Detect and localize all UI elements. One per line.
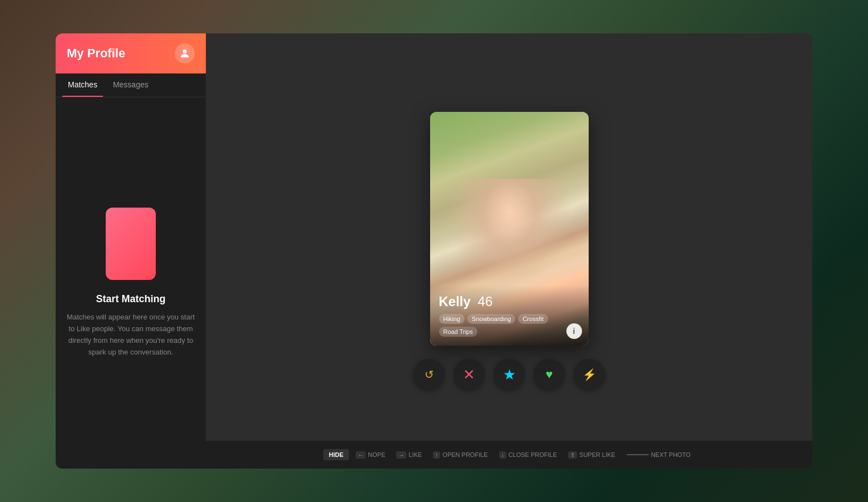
person-icon (179, 47, 191, 60)
toolbar-close-profile: ↓ CLOSE PROFILE (495, 449, 561, 461)
start-matching-title: Start Matching (96, 293, 165, 305)
photo-person (447, 179, 572, 290)
interest-road-trips: Road Trips (439, 327, 477, 337)
profile-photo: Kelly 46 Hiking Snowboarding Crossfit Ro… (430, 112, 589, 346)
interest-snowboarding: Snowboarding (467, 314, 515, 324)
toolbar-like: → LIKE (392, 449, 426, 461)
profile-name-age: Kelly 46 (439, 294, 580, 309)
start-matching-description: Matches will appear here once you start … (67, 312, 195, 358)
bolt-icon: ⚡ (583, 368, 596, 381)
like-button[interactable]: ♥ (534, 359, 565, 390)
sidebar-empty-state: Start Matching Matches will appear here … (56, 97, 206, 469)
profile-age: 46 (478, 294, 493, 309)
hide-button[interactable]: HIDE (323, 449, 349, 460)
interest-crossfit: Crossfit (518, 314, 548, 324)
superlike-key: ⇧ (568, 451, 577, 459)
action-buttons: ↺ ✕ ★ ♥ ⚡ (413, 359, 605, 390)
tab-matches[interactable]: Matches (62, 73, 103, 97)
open-profile-label: OPEN PROFILE (442, 451, 487, 458)
star-icon: ★ (503, 366, 516, 383)
heart-icon: ♥ (545, 367, 553, 382)
sidebar-title: My Profile (67, 46, 125, 61)
like-key: → (396, 451, 406, 459)
toolbar-nope: ← NOPE (351, 449, 389, 461)
toolbar-open-profile: ↑ OPEN PROFILE (428, 449, 492, 461)
nope-icon: ✕ (463, 366, 475, 383)
close-profile-key: ↓ (499, 451, 506, 459)
boost-button[interactable]: ⚡ (574, 359, 605, 390)
tabs: Matches Messages (56, 73, 206, 97)
nope-label: NOPE (368, 451, 385, 458)
main-content: Kelly 46 Hiking Snowboarding Crossfit Ro… (206, 33, 812, 469)
like-label: LIKE (408, 451, 422, 458)
sidebar-header[interactable]: My Profile (56, 33, 206, 73)
svg-rect-1 (183, 51, 186, 52)
profile-overlay: Kelly 46 Hiking Snowboarding Crossfit Ro… (430, 285, 589, 346)
sidebar: My Profile Matches Messages Start Matchi… (56, 33, 206, 469)
card-placeholder (106, 208, 156, 280)
next-photo-key (627, 454, 649, 455)
app-container: My Profile Matches Messages Start Matchi… (56, 33, 812, 469)
interest-hiking: Hiking (439, 314, 465, 324)
info-button[interactable]: i (566, 323, 582, 339)
rewind-icon: ↺ (425, 368, 434, 381)
bottom-toolbar: HIDE ← NOPE → LIKE ↑ OPEN PROFILE ↓ CLOS… (206, 441, 812, 469)
superlike-button[interactable]: ★ (494, 359, 525, 390)
profile-card: Kelly 46 Hiking Snowboarding Crossfit Ro… (430, 112, 589, 346)
open-profile-key: ↑ (433, 451, 440, 459)
profile-icon-button[interactable] (175, 43, 195, 63)
close-profile-label: CLOSE PROFILE (509, 451, 557, 458)
hide-label: HIDE (329, 451, 343, 458)
toolbar-next-photo: NEXT PHOTO (622, 449, 695, 460)
nope-button[interactable]: ✕ (453, 359, 485, 390)
profile-name: Kelly (439, 294, 471, 309)
interests-list: Hiking Snowboarding Crossfit Road Trips (439, 314, 580, 337)
toolbar-superlike: ⇧ SUPER LIKE (564, 449, 620, 461)
next-photo-label: NEXT PHOTO (651, 451, 691, 458)
superlike-toolbar-label: SUPER LIKE (579, 451, 615, 458)
nope-key: ← (356, 451, 366, 459)
rewind-button[interactable]: ↺ (413, 359, 445, 390)
tab-messages[interactable]: Messages (107, 73, 154, 97)
